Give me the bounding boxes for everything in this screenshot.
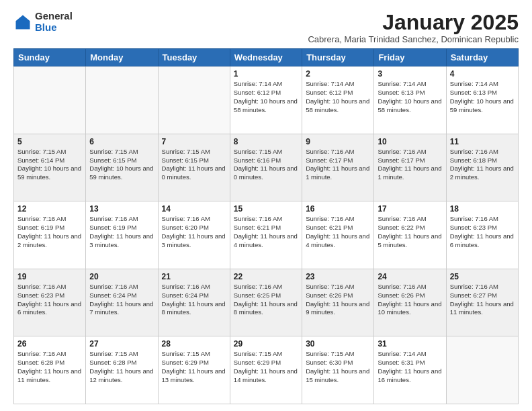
calendar-cell: 8Sunrise: 7:15 AM Sunset: 6:16 PM Daylig… [230,134,302,201]
calendar-header-tuesday: Tuesday [158,49,230,66]
calendar-cell: 21Sunrise: 7:16 AM Sunset: 6:24 PM Dayli… [158,269,230,336]
day-info: Sunrise: 7:15 AM Sunset: 6:14 PM Dayligh… [17,148,82,182]
calendar-cell: 13Sunrise: 7:16 AM Sunset: 6:19 PM Dayli… [86,201,158,269]
day-number: 27 [89,339,154,349]
day-number: 3 [378,69,442,79]
day-number: 17 [378,204,442,214]
calendar-cell: 17Sunrise: 7:16 AM Sunset: 6:22 PM Dayli… [374,201,446,269]
day-info: Sunrise: 7:16 AM Sunset: 6:20 PM Dayligh… [162,215,226,249]
day-number: 26 [17,339,82,349]
day-info: Sunrise: 7:14 AM Sunset: 6:31 PM Dayligh… [378,350,442,384]
calendar-week-1: 1Sunrise: 7:14 AM Sunset: 6:12 PM Daylig… [14,66,519,134]
calendar-cell: 29Sunrise: 7:15 AM Sunset: 6:29 PM Dayli… [230,336,302,404]
calendar-cell [14,66,86,134]
calendar-cell: 9Sunrise: 7:16 AM Sunset: 6:17 PM Daylig… [302,134,374,201]
calendar-cell [86,66,158,134]
logo: General Blue [13,11,73,33]
day-info: Sunrise: 7:16 AM Sunset: 6:25 PM Dayligh… [234,283,298,317]
day-number: 20 [89,272,154,281]
svg-marker-0 [16,15,30,29]
title-area: January 2025 Cabrera, Maria Trinidad San… [308,11,519,44]
calendar-cell: 27Sunrise: 7:15 AM Sunset: 6:28 PM Dayli… [86,336,158,404]
day-number: 30 [306,339,370,349]
day-info: Sunrise: 7:16 AM Sunset: 6:28 PM Dayligh… [17,350,82,384]
calendar-cell: 20Sunrise: 7:16 AM Sunset: 6:24 PM Dayli… [86,269,158,336]
calendar-header-monday: Monday [86,49,158,66]
logo-general-text: General [35,11,73,22]
day-info: Sunrise: 7:16 AM Sunset: 6:22 PM Dayligh… [378,215,442,249]
day-number: 11 [450,137,515,146]
day-number: 21 [162,272,226,281]
calendar-cell: 28Sunrise: 7:15 AM Sunset: 6:29 PM Dayli… [158,336,230,404]
calendar-cell: 31Sunrise: 7:14 AM Sunset: 6:31 PM Dayli… [374,336,446,404]
day-info: Sunrise: 7:15 AM Sunset: 6:29 PM Dayligh… [234,350,298,384]
day-info: Sunrise: 7:14 AM Sunset: 6:12 PM Dayligh… [306,80,370,114]
day-number: 7 [162,137,226,146]
day-info: Sunrise: 7:16 AM Sunset: 6:23 PM Dayligh… [450,215,515,249]
logo-text: General Blue [35,11,73,33]
day-number: 31 [378,339,442,349]
day-number: 5 [17,137,82,146]
month-title: January 2025 [308,11,519,34]
calendar-cell: 4Sunrise: 7:14 AM Sunset: 6:13 PM Daylig… [446,66,518,134]
day-number: 10 [378,137,442,146]
day-info: Sunrise: 7:15 AM Sunset: 6:30 PM Dayligh… [306,350,370,384]
calendar-header-wednesday: Wednesday [230,49,302,66]
day-info: Sunrise: 7:15 AM Sunset: 6:29 PM Dayligh… [162,350,226,384]
logo-icon [13,13,32,32]
calendar-header-friday: Friday [374,49,446,66]
logo-blue-text: Blue [35,22,73,34]
day-number: 4 [450,69,515,79]
day-number: 18 [450,204,515,214]
calendar-week-3: 12Sunrise: 7:16 AM Sunset: 6:19 PM Dayli… [14,201,519,269]
calendar-cell: 22Sunrise: 7:16 AM Sunset: 6:25 PM Dayli… [230,269,302,336]
day-number: 14 [162,204,226,214]
calendar-table: SundayMondayTuesdayWednesdayThursdayFrid… [13,48,519,404]
day-info: Sunrise: 7:16 AM Sunset: 6:19 PM Dayligh… [89,215,154,249]
calendar-cell: 7Sunrise: 7:15 AM Sunset: 6:15 PM Daylig… [158,134,230,201]
day-number: 25 [450,272,515,281]
day-number: 13 [89,204,154,214]
day-number: 24 [378,272,442,281]
subtitle: Cabrera, Maria Trinidad Sanchez, Dominic… [308,34,519,44]
calendar-header-saturday: Saturday [446,49,518,66]
calendar-cell [158,66,230,134]
calendar-cell: 19Sunrise: 7:16 AM Sunset: 6:23 PM Dayli… [14,269,86,336]
calendar-cell: 26Sunrise: 7:16 AM Sunset: 6:28 PM Dayli… [14,336,86,404]
calendar-cell: 1Sunrise: 7:14 AM Sunset: 6:12 PM Daylig… [230,66,302,134]
day-info: Sunrise: 7:16 AM Sunset: 6:18 PM Dayligh… [450,148,515,182]
calendar-cell: 25Sunrise: 7:16 AM Sunset: 6:27 PM Dayli… [446,269,518,336]
day-info: Sunrise: 7:15 AM Sunset: 6:16 PM Dayligh… [234,148,298,182]
day-number: 16 [306,204,370,214]
day-number: 28 [162,339,226,349]
calendar-cell: 6Sunrise: 7:15 AM Sunset: 6:15 PM Daylig… [86,134,158,201]
calendar-cell: 3Sunrise: 7:14 AM Sunset: 6:13 PM Daylig… [374,66,446,134]
day-number: 15 [234,204,298,214]
calendar-cell: 5Sunrise: 7:15 AM Sunset: 6:14 PM Daylig… [14,134,86,201]
calendar-cell: 30Sunrise: 7:15 AM Sunset: 6:30 PM Dayli… [302,336,374,404]
day-number: 6 [89,137,154,146]
day-number: 8 [234,137,298,146]
calendar-cell: 10Sunrise: 7:16 AM Sunset: 6:17 PM Dayli… [374,134,446,201]
day-number: 2 [306,69,370,79]
day-info: Sunrise: 7:16 AM Sunset: 6:17 PM Dayligh… [306,148,370,182]
day-info: Sunrise: 7:16 AM Sunset: 6:19 PM Dayligh… [17,215,82,249]
day-info: Sunrise: 7:16 AM Sunset: 6:21 PM Dayligh… [234,215,298,249]
day-info: Sunrise: 7:16 AM Sunset: 6:17 PM Dayligh… [378,148,442,182]
day-number: 19 [17,272,82,281]
calendar-header-row: SundayMondayTuesdayWednesdayThursdayFrid… [14,49,519,66]
day-number: 12 [17,204,82,214]
day-number: 22 [234,272,298,281]
calendar-week-2: 5Sunrise: 7:15 AM Sunset: 6:14 PM Daylig… [14,134,519,201]
day-info: Sunrise: 7:14 AM Sunset: 6:13 PM Dayligh… [450,80,515,114]
day-info: Sunrise: 7:16 AM Sunset: 6:21 PM Dayligh… [306,215,370,249]
day-info: Sunrise: 7:16 AM Sunset: 6:27 PM Dayligh… [450,283,515,317]
calendar-cell: 2Sunrise: 7:14 AM Sunset: 6:12 PM Daylig… [302,66,374,134]
calendar-cell: 12Sunrise: 7:16 AM Sunset: 6:19 PM Dayli… [14,201,86,269]
day-info: Sunrise: 7:16 AM Sunset: 6:23 PM Dayligh… [17,283,82,317]
calendar-header-thursday: Thursday [302,49,374,66]
calendar-header-sunday: Sunday [14,49,86,66]
day-info: Sunrise: 7:14 AM Sunset: 6:12 PM Dayligh… [234,80,298,114]
calendar-week-5: 26Sunrise: 7:16 AM Sunset: 6:28 PM Dayli… [14,336,519,404]
calendar-week-4: 19Sunrise: 7:16 AM Sunset: 6:23 PM Dayli… [14,269,519,336]
